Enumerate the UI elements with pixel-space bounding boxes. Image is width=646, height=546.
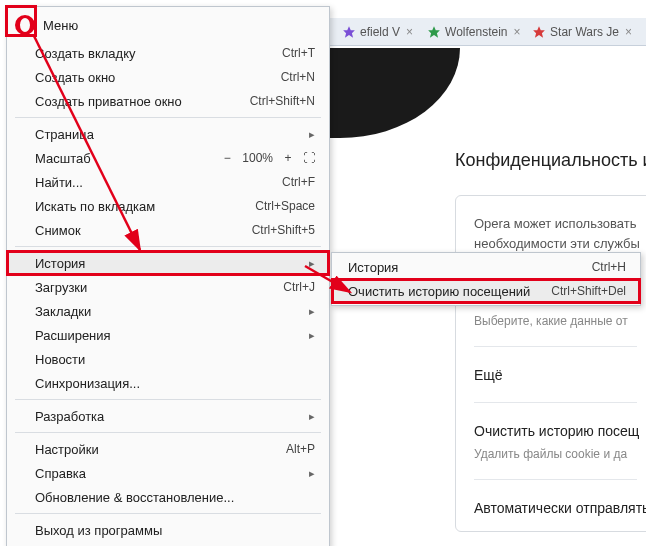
svg-marker-2 bbox=[533, 26, 545, 38]
menu-item-find-in-tabs[interactable]: Искать по вкладкам Ctrl+Space bbox=[7, 194, 329, 218]
tab-favicon bbox=[532, 25, 546, 39]
menu-title: Меню bbox=[43, 18, 78, 33]
section-title: Конфиденциальность и б bbox=[455, 150, 646, 171]
menu-item-shortcut: Ctrl+Shift+5 bbox=[252, 223, 315, 237]
menu-item-label: Очистить историю посещений bbox=[348, 284, 530, 299]
site-settings-sub: Выберите, какие данные от bbox=[474, 312, 637, 330]
close-icon[interactable]: × bbox=[406, 25, 413, 39]
clear-history-sub: Удалить файлы cookie и да bbox=[474, 445, 637, 463]
browser-tab[interactable]: Wolfenstein × bbox=[421, 19, 526, 45]
browser-tabstrip: efield V × Wolfenstein × Star Wars Je × bbox=[330, 18, 646, 46]
settings-privacy-section: Конфиденциальность и б Opera может испол… bbox=[455, 150, 646, 532]
browser-tab[interactable]: Star Wars Je × bbox=[526, 19, 631, 45]
menu-item-shortcut: Ctrl+Space bbox=[255, 199, 315, 213]
fullscreen-icon[interactable]: ⛶ bbox=[303, 151, 315, 165]
menu-item-label: Выход из программы bbox=[35, 523, 162, 538]
menu-header: Меню bbox=[7, 11, 329, 41]
menu-item-help[interactable]: Справка ▸ bbox=[7, 461, 329, 485]
menu-item-update[interactable]: Обновление & восстановление... bbox=[7, 485, 329, 509]
menu-item-extensions[interactable]: Расширения ▸ bbox=[7, 323, 329, 347]
menu-item-shortcut: Ctrl+H bbox=[592, 260, 626, 274]
menu-item-label: Расширения bbox=[35, 328, 111, 343]
submenu-item-history[interactable]: История Ctrl+H bbox=[332, 255, 640, 279]
zoom-value: 100% bbox=[242, 151, 273, 165]
menu-item-shortcut: Ctrl+Shift+Del bbox=[551, 284, 626, 298]
menu-item-label: Масштаб bbox=[35, 151, 91, 166]
menu-separator bbox=[15, 432, 321, 433]
menu-item-new-window[interactable]: Создать окно Ctrl+N bbox=[7, 65, 329, 89]
settings-card: Opera может использовать необходимости э… bbox=[455, 195, 646, 532]
tab-favicon bbox=[342, 25, 356, 39]
menu-item-label: Закладки bbox=[35, 304, 91, 319]
auto-send-link[interactable]: Автоматически отправлять bbox=[474, 498, 637, 519]
menu-item-downloads[interactable]: Загрузки Ctrl+J bbox=[7, 275, 329, 299]
menu-item-label: Найти... bbox=[35, 175, 83, 190]
close-icon[interactable]: × bbox=[625, 25, 631, 39]
menu-item-shortcut: Alt+P bbox=[286, 442, 315, 456]
menu-item-shortcut: Ctrl+F bbox=[282, 175, 315, 189]
menu-item-label: Искать по вкладкам bbox=[35, 199, 155, 214]
menu-item-shortcut: Ctrl+N bbox=[281, 70, 315, 84]
browser-tab[interactable]: efield V × bbox=[336, 19, 421, 45]
menu-item-bookmarks[interactable]: Закладки ▸ bbox=[7, 299, 329, 323]
menu-item-exit[interactable]: Выход из программы bbox=[7, 518, 329, 542]
menu-item-label: Создать окно bbox=[35, 70, 115, 85]
menu-item-find[interactable]: Найти... Ctrl+F bbox=[7, 170, 329, 194]
menu-item-label: Загрузки bbox=[35, 280, 87, 295]
history-submenu: История Ctrl+H Очистить историю посещени… bbox=[331, 252, 641, 306]
menu-item-label: Разработка bbox=[35, 409, 104, 424]
menu-item-label: Создать вкладку bbox=[35, 46, 136, 61]
submenu-item-clear-history[interactable]: Очистить историю посещений Ctrl+Shift+De… bbox=[332, 279, 640, 303]
tab-favicon bbox=[427, 25, 441, 39]
menu-item-shortcut: Ctrl+T bbox=[282, 46, 315, 60]
menu-item-new-private-window[interactable]: Создать приватное окно Ctrl+Shift+N bbox=[7, 89, 329, 113]
menu-item-shortcut: Ctrl+Shift+N bbox=[250, 94, 315, 108]
menu-item-label: Настройки bbox=[35, 442, 99, 457]
menu-separator bbox=[15, 246, 321, 247]
menu-item-page[interactable]: Страница ▸ bbox=[7, 122, 329, 146]
menu-item-label: История bbox=[35, 256, 85, 271]
svg-marker-1 bbox=[428, 26, 440, 38]
chevron-right-icon: ▸ bbox=[297, 467, 315, 480]
menu-item-zoom[interactable]: Масштаб − 100% + ⛶ bbox=[7, 146, 329, 170]
tab-label: efield V bbox=[360, 25, 400, 39]
menu-item-label: Синхронизация... bbox=[35, 376, 140, 391]
menu-item-label: Страница bbox=[35, 127, 94, 142]
close-icon[interactable]: × bbox=[514, 25, 521, 39]
menu-item-sync[interactable]: Синхронизация... bbox=[7, 371, 329, 395]
menu-item-snapshot[interactable]: Снимок Ctrl+Shift+5 bbox=[7, 218, 329, 242]
menu-item-label: Обновление & восстановление... bbox=[35, 490, 234, 505]
menu-separator bbox=[15, 399, 321, 400]
opera-main-menu: Меню Создать вкладку Ctrl+T Создать окно… bbox=[6, 6, 330, 546]
more-link[interactable]: Ещё bbox=[474, 365, 637, 386]
chevron-right-icon: ▸ bbox=[297, 329, 315, 342]
zoom-in-button[interactable]: + bbox=[281, 151, 295, 165]
svg-marker-0 bbox=[343, 26, 355, 38]
menu-item-label: Создать приватное окно bbox=[35, 94, 182, 109]
menu-item-new-tab[interactable]: Создать вкладку Ctrl+T bbox=[7, 41, 329, 65]
menu-item-news[interactable]: Новости bbox=[7, 347, 329, 371]
menu-item-developer[interactable]: Разработка ▸ bbox=[7, 404, 329, 428]
zoom-out-button[interactable]: − bbox=[220, 151, 234, 165]
settings-description: Opera может использовать bbox=[474, 214, 637, 234]
chevron-right-icon: ▸ bbox=[297, 257, 315, 270]
menu-item-label: Справка bbox=[35, 466, 86, 481]
tab-label: Wolfenstein bbox=[445, 25, 507, 39]
menu-item-label: Новости bbox=[35, 352, 85, 367]
menu-separator bbox=[15, 117, 321, 118]
clear-history-link[interactable]: Очистить историю посещ bbox=[474, 421, 637, 442]
menu-separator bbox=[15, 513, 321, 514]
chevron-right-icon: ▸ bbox=[297, 410, 315, 423]
menu-item-history[interactable]: История ▸ bbox=[7, 251, 329, 275]
tab-label: Star Wars Je bbox=[550, 25, 619, 39]
menu-item-shortcut: Ctrl+J bbox=[283, 280, 315, 294]
annotation-logo-highlight bbox=[5, 5, 37, 37]
menu-item-settings[interactable]: Настройки Alt+P bbox=[7, 437, 329, 461]
menu-item-label: История bbox=[348, 260, 398, 275]
chevron-right-icon: ▸ bbox=[297, 128, 315, 141]
menu-item-label: Снимок bbox=[35, 223, 81, 238]
settings-description: необходимости эти службы bbox=[474, 234, 637, 254]
chevron-right-icon: ▸ bbox=[297, 305, 315, 318]
